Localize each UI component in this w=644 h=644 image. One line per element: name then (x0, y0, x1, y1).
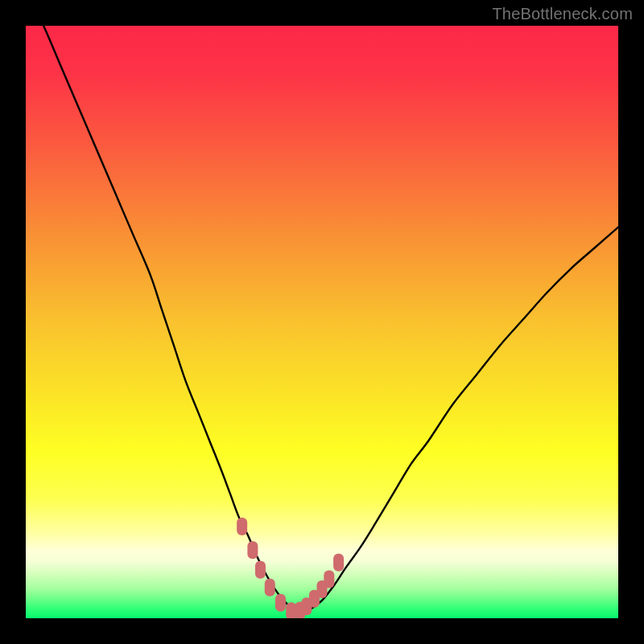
chart-frame: TheBottleneck.com (0, 0, 644, 644)
valley-markers (26, 26, 618, 618)
plot-area (26, 26, 618, 618)
valley-marker (275, 594, 286, 612)
valley-marker (237, 518, 247, 535)
watermark-text: TheBottleneck.com (492, 5, 633, 23)
valley-marker (247, 541, 258, 559)
valley-marker (265, 579, 275, 597)
valley-marker (255, 561, 266, 579)
valley-marker (333, 554, 344, 572)
valley-marker (324, 570, 334, 588)
